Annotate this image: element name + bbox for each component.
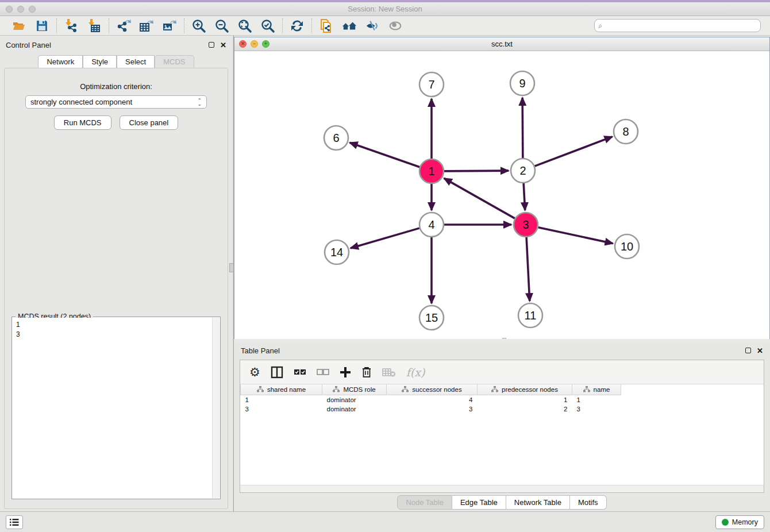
- close-panel-icon[interactable]: ✕: [220, 41, 226, 49]
- export-network-icon[interactable]: [116, 18, 131, 33]
- mcds-result-text[interactable]: 1 3: [13, 318, 212, 498]
- application-window: Session: New Session: [0, 0, 770, 532]
- edge-2-9[interactable]: [522, 98, 523, 158]
- node-14[interactable]: 14: [325, 240, 349, 264]
- import-network-icon[interactable]: [64, 18, 79, 33]
- tab-select[interactable]: Select: [117, 55, 155, 68]
- mcds-result-box: MCDS result (2 nodes) 1 3: [11, 317, 221, 499]
- edge-1-6[interactable]: [350, 142, 420, 167]
- hierarchy-icon: [491, 386, 498, 392]
- edge-3-10[interactable]: [538, 228, 613, 244]
- zoom-out-icon[interactable]: [214, 18, 229, 33]
- task-history-button[interactable]: [6, 515, 23, 529]
- column-header[interactable]: MCDS role: [322, 384, 387, 395]
- network-view-window: ✕ − + scc.txt 7968124314101511: [234, 37, 770, 339]
- node-6[interactable]: 6: [324, 126, 348, 150]
- function-builder-icon[interactable]: f(x): [406, 366, 425, 379]
- zoom-in-icon[interactable]: [191, 18, 206, 33]
- tab-network-table[interactable]: Network Table: [506, 495, 570, 510]
- float-panel-icon[interactable]: [209, 42, 214, 48]
- export-image-icon[interactable]: [162, 18, 177, 33]
- edge-3-1[interactable]: [444, 178, 515, 218]
- table-cell[interactable]: 4: [387, 395, 478, 405]
- network-window-titlebar[interactable]: ✕ − + scc.txt: [234, 37, 769, 51]
- save-session-icon[interactable]: [34, 18, 49, 33]
- memory-button[interactable]: Memory: [715, 515, 764, 529]
- table-settings-icon[interactable]: ⚙: [249, 365, 260, 379]
- clone-network-icon[interactable]: [319, 18, 334, 33]
- table-cell[interactable]: 1: [572, 395, 621, 405]
- control-panel: Control Panel ✕ Network Style Select MCD…: [0, 36, 232, 511]
- deselect-all-icon[interactable]: [317, 368, 329, 377]
- table-row[interactable]: 1dominator411: [241, 395, 621, 405]
- main-toolbar: ⌕: [0, 16, 770, 36]
- optimization-criterion-select[interactable]: strongly connected component ⌃⌄: [25, 95, 207, 109]
- column-visibility-icon[interactable]: [271, 366, 283, 379]
- hide-selected-icon[interactable]: [365, 18, 380, 33]
- show-graphics-details-icon[interactable]: [388, 18, 403, 33]
- table-horizontal-scrollbar[interactable]: [240, 485, 764, 492]
- delete-column-icon[interactable]: [361, 366, 372, 378]
- column-header[interactable]: shared name: [241, 384, 322, 395]
- table-cell[interactable]: 1: [241, 395, 322, 405]
- svg-text:8: 8: [622, 125, 629, 138]
- show-all-networks-icon[interactable]: [342, 18, 357, 33]
- tab-node-table[interactable]: Node Table: [397, 495, 452, 510]
- node-8[interactable]: 8: [614, 119, 638, 144]
- table-cell[interactable]: 3: [241, 404, 322, 414]
- import-table-icon[interactable]: [87, 18, 102, 33]
- network-graph[interactable]: 7968124314101511: [234, 51, 769, 339]
- node-7[interactable]: 7: [419, 72, 444, 97]
- edge-4-14[interactable]: [351, 228, 419, 248]
- tab-edge-table[interactable]: Edge Table: [452, 495, 506, 510]
- tab-mcds[interactable]: MCDS: [155, 55, 194, 68]
- table-cell[interactable]: 1: [478, 395, 572, 405]
- table-cell[interactable]: dominator: [322, 404, 387, 414]
- float-table-panel-icon[interactable]: [745, 348, 751, 353]
- node-1[interactable]: 1: [419, 159, 444, 183]
- column-header[interactable]: predecessor nodes: [478, 384, 572, 395]
- network-canvas[interactable]: 7968124314101511: [234, 51, 769, 339]
- node-10[interactable]: 10: [615, 234, 639, 259]
- tab-network[interactable]: Network: [38, 55, 83, 68]
- node-9[interactable]: 9: [510, 71, 534, 95]
- table-cell[interactable]: 3: [387, 404, 478, 414]
- vertical-splitter-grip[interactable]: [229, 263, 234, 272]
- close-table-panel-icon[interactable]: ✕: [757, 347, 763, 354]
- svg-text:14: 14: [330, 246, 343, 259]
- node-table: shared nameMCDS rolesuccessor nodesprede…: [240, 384, 621, 414]
- table-row[interactable]: 3dominator323: [241, 404, 621, 414]
- chevron-up-down-icon: ⌃⌄: [197, 99, 202, 106]
- search-input[interactable]: [602, 22, 760, 30]
- node-11[interactable]: 11: [518, 303, 542, 327]
- zoom-fit-icon[interactable]: [237, 18, 252, 33]
- close-panel-button[interactable]: Close panel: [120, 115, 179, 130]
- result-scrollbar[interactable]: [212, 318, 220, 498]
- edge-3-11[interactable]: [526, 237, 530, 301]
- tab-style[interactable]: Style: [83, 55, 117, 68]
- apply-layout-icon[interactable]: [290, 18, 305, 33]
- table-cell[interactable]: dominator: [322, 395, 387, 405]
- zoom-selected-icon[interactable]: [260, 18, 275, 33]
- node-2[interactable]: 2: [511, 159, 535, 183]
- delete-table-icon[interactable]: [382, 367, 396, 377]
- node-4[interactable]: 4: [419, 213, 444, 237]
- node-3[interactable]: 3: [514, 213, 538, 237]
- svg-text:2: 2: [519, 164, 526, 177]
- open-session-icon[interactable]: [11, 18, 26, 33]
- add-column-icon[interactable]: [340, 367, 351, 378]
- node-15[interactable]: 15: [419, 306, 444, 330]
- column-header[interactable]: successor nodes: [387, 384, 478, 395]
- tab-motifs[interactable]: Motifs: [570, 495, 607, 510]
- run-mcds-button[interactable]: Run MCDS: [54, 115, 111, 130]
- table-cell[interactable]: 2: [478, 404, 572, 414]
- edge-2-8[interactable]: [535, 137, 613, 166]
- edge-1-2[interactable]: [444, 171, 509, 171]
- table-cell[interactable]: 3: [572, 404, 621, 414]
- select-all-icon[interactable]: [294, 368, 306, 377]
- export-table-icon[interactable]: [139, 18, 154, 33]
- table-tabs: Node Table Edge Table Network Table Moti…: [234, 495, 770, 510]
- edge-2-3[interactable]: [523, 183, 525, 210]
- search-field[interactable]: ⌕: [594, 19, 761, 32]
- column-header[interactable]: name: [572, 384, 621, 395]
